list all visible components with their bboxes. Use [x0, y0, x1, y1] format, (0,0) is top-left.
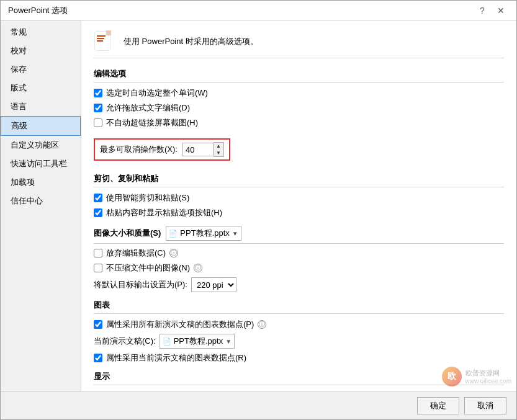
label-discard-edit-data: 放弃编辑数据(C)	[106, 248, 166, 259]
watermark-circle: 欧	[442, 367, 462, 386]
header-section: 使用 PowerPoint 时采用的高级选项。	[94, 30, 504, 58]
option-show-paste-btn: 粘贴内容时显示粘贴选项按钮(H)	[94, 207, 504, 218]
watermark-symbol: 欧	[447, 371, 456, 382]
sidebar-item-addins[interactable]: 加载项	[1, 173, 81, 192]
image-quality-file-label: PPT教程.pptx	[180, 228, 229, 239]
label-no-auto-hyperlink: 不自动超链接屏幕截图(H)	[106, 117, 198, 128]
undo-row-container: 最多可取消操作数(X): ▲ ▼	[94, 133, 504, 166]
file-icon-text: 📄	[169, 230, 178, 238]
current-doc-file-icon: 📄	[163, 337, 171, 346]
checkbox-drag-drop[interactable]	[94, 104, 102, 112]
checkbox-no-compress[interactable]	[94, 264, 102, 272]
undo-decrement-button[interactable]: ▼	[214, 150, 223, 156]
section-image-quality-header: 图像大小和质量(S) 📄 PPT教程.pptx ▼	[94, 226, 504, 244]
label-no-compress: 不压缩文件中的图像(N)	[106, 262, 190, 274]
label-smart-cut: 使用智能剪切和粘贴(S)	[106, 192, 189, 203]
undo-label: 最多可取消操作数(X):	[100, 144, 178, 155]
option-smart-cut: 使用智能剪切和粘贴(S)	[94, 192, 504, 203]
current-doc-row: 当前演示文稿(C): 📄 PPT教程.pptx ▼	[94, 334, 504, 349]
label-show-paste-btn: 粘贴内容时显示粘贴选项按钮(H)	[106, 207, 222, 218]
current-doc-label: 当前演示文稿(C):	[94, 336, 156, 347]
info-icon-no-compress[interactable]: ⓘ	[194, 264, 202, 272]
info-icon-discard[interactable]: ⓘ	[169, 249, 178, 257]
checkbox-no-auto-hyperlink[interactable]	[94, 118, 102, 127]
image-quality-dropdown-arrow: ▼	[232, 230, 238, 237]
title-bar-buttons: ? ✕	[474, 4, 509, 17]
main-content: 使用 PowerPoint 时采用的高级选项。 编辑选项 选定时自动选定整个单词…	[81, 20, 516, 391]
confirm-button[interactable]: 确定	[417, 397, 459, 414]
title-bar: PowerPoint 选项 ? ✕	[1, 1, 516, 20]
sidebar: 常规 校对 保存 版式 语言 高级 自定义功能区 快速访问工具栏 加载项 信任中…	[1, 20, 81, 391]
powerpoint-options-dialog: PowerPoint 选项 ? ✕ 常规 校对 保存 版式 语言 高级 自定义功…	[0, 0, 517, 420]
sidebar-item-save[interactable]: 保存	[1, 60, 81, 79]
sidebar-item-quick-access[interactable]: 快速访问工具栏	[1, 154, 81, 173]
option-discard-edit-data: 放弃编辑数据(C) ⓘ	[94, 248, 504, 259]
help-button[interactable]: ?	[474, 4, 490, 17]
option-inherit-all-docs: 属性采用所有新演示文稿的图表数据点(P) ⓘ	[94, 319, 504, 330]
resolution-row: 将默认目标输出设置为(P): 220 ppi 150 ppi 96 ppi	[94, 277, 504, 292]
checkbox-inherit-all-docs[interactable]	[94, 320, 102, 329]
section-charts-label: 图表	[94, 300, 504, 314]
undo-spinner-buttons: ▲ ▼	[214, 142, 224, 157]
watermark-line2: www.oificee.com	[465, 378, 511, 385]
option-no-compress: 不压缩文件中的图像(N) ⓘ	[94, 262, 504, 274]
checkbox-auto-select-word[interactable]	[94, 89, 102, 97]
resolution-label: 将默认目标输出设置为(P):	[94, 279, 187, 290]
sidebar-item-layout[interactable]: 版式	[1, 79, 81, 97]
info-icon-inherit-all[interactable]: ⓘ	[258, 320, 266, 329]
header-text: 使用 PowerPoint 时采用的高级选项。	[124, 36, 258, 47]
current-doc-file-dropdown[interactable]: 📄 PPT教程.pptx ▼	[160, 334, 235, 349]
checkbox-discard-edit-data[interactable]	[94, 249, 102, 257]
close-button[interactable]: ✕	[493, 4, 509, 17]
sidebar-item-customize-ribbon[interactable]: 自定义功能区	[1, 136, 81, 154]
undo-increment-button[interactable]: ▲	[214, 143, 223, 150]
sidebar-item-trust-center[interactable]: 信任中心	[1, 192, 81, 210]
dialog-title: PowerPoint 选项	[8, 5, 474, 16]
option-drag-drop: 允许拖放式文字编辑(D)	[94, 102, 504, 114]
undo-spinbox: ▲ ▼	[182, 142, 224, 157]
section-image-quality-label: 图像大小和质量(S)	[94, 228, 161, 239]
powerpoint-icon	[94, 30, 116, 53]
sidebar-item-language[interactable]: 语言	[1, 97, 81, 116]
sidebar-item-proofing[interactable]: 校对	[1, 42, 81, 60]
option-no-auto-hyperlink: 不自动超链接屏幕截图(H)	[94, 117, 504, 128]
watermark: 欧 欧普资源网 www.oificee.com	[442, 367, 511, 386]
option-auto-select-word: 选定时自动选定整个单词(W)	[94, 87, 504, 99]
checkbox-inherit-current-doc[interactable]	[94, 354, 102, 362]
section-cut-paste-label: 剪切、复制和粘贴	[94, 173, 504, 187]
label-auto-select-word: 选定时自动选定整个单词(W)	[106, 87, 208, 99]
dialog-body: 常规 校对 保存 版式 语言 高级 自定义功能区 快速访问工具栏 加载项 信任中…	[1, 20, 516, 391]
sidebar-item-general[interactable]: 常规	[1, 23, 81, 42]
dialog-footer: 确定 取消	[1, 391, 516, 419]
current-doc-dropdown-arrow: ▼	[225, 338, 232, 345]
cancel-button[interactable]: 取消	[464, 397, 506, 414]
option-inherit-current-doc: 属性采用当前演示文稿的图表数据点(R)	[94, 352, 504, 364]
resolution-select[interactable]: 220 ppi 150 ppi 96 ppi	[191, 277, 236, 292]
label-inherit-current-doc: 属性采用当前演示文稿的图表数据点(R)	[106, 352, 246, 364]
checkbox-show-paste-btn[interactable]	[94, 208, 102, 217]
svg-rect-2	[97, 35, 106, 37]
checkbox-smart-cut[interactable]	[94, 194, 102, 202]
section-edit-options-label: 编辑选项	[94, 68, 504, 83]
watermark-line1: 欧普资源网	[465, 369, 511, 378]
undo-row-highlight: 最多可取消操作数(X): ▲ ▼	[94, 138, 230, 161]
current-doc-file-label: PPT教程.pptx	[174, 336, 223, 347]
sidebar-item-advanced[interactable]: 高级	[1, 116, 81, 136]
svg-rect-4	[97, 40, 103, 42]
label-inherit-all-docs: 属性采用所有新演示文稿的图表数据点(P)	[106, 319, 254, 330]
svg-rect-3	[97, 38, 104, 39]
image-quality-file-dropdown[interactable]: 📄 PPT教程.pptx ▼	[166, 226, 241, 241]
label-drag-drop: 允许拖放式文字编辑(D)	[106, 102, 190, 114]
watermark-text: 欧普资源网 www.oificee.com	[465, 369, 511, 385]
undo-count-input[interactable]	[182, 143, 214, 156]
